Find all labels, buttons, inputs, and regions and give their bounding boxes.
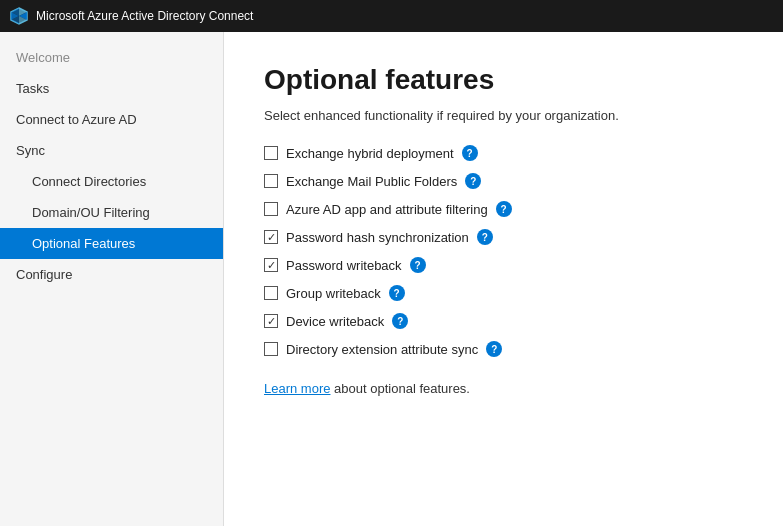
feature-list: Exchange hybrid deployment ? Exchange Ma… bbox=[264, 145, 743, 357]
help-icon-exchange-hybrid[interactable]: ? bbox=[462, 145, 478, 161]
main-layout: Welcome Tasks Connect to Azure AD Sync C… bbox=[0, 32, 783, 526]
label-directory-extension: Directory extension attribute sync bbox=[286, 342, 478, 357]
sidebar-item-domain-ou-filtering[interactable]: Domain/OU Filtering bbox=[0, 197, 223, 228]
label-exchange-hybrid: Exchange hybrid deployment bbox=[286, 146, 454, 161]
checkbox-group-writeback[interactable] bbox=[264, 286, 278, 300]
learn-more-text: about optional features. bbox=[330, 381, 470, 396]
feature-row-directory-extension: Directory extension attribute sync ? bbox=[264, 341, 743, 357]
sidebar-item-welcome[interactable]: Welcome bbox=[0, 42, 223, 73]
page-title: Optional features bbox=[264, 64, 743, 96]
label-device-writeback: Device writeback bbox=[286, 314, 384, 329]
label-exchange-mail: Exchange Mail Public Folders bbox=[286, 174, 457, 189]
learn-more-link[interactable]: Learn more bbox=[264, 381, 330, 396]
feature-row-device-writeback: Device writeback ? bbox=[264, 313, 743, 329]
content-area: Optional features Select enhanced functi… bbox=[224, 32, 783, 526]
feature-row-password-writeback: Password writeback ? bbox=[264, 257, 743, 273]
label-password-hash-sync: Password hash synchronization bbox=[286, 230, 469, 245]
titlebar: Microsoft Azure Active Directory Connect bbox=[0, 0, 783, 32]
feature-row-azure-ad-app: Azure AD app and attribute filtering ? bbox=[264, 201, 743, 217]
sidebar-item-configure[interactable]: Configure bbox=[0, 259, 223, 290]
checkbox-device-writeback[interactable] bbox=[264, 314, 278, 328]
checkbox-azure-ad-app[interactable] bbox=[264, 202, 278, 216]
checkbox-exchange-mail[interactable] bbox=[264, 174, 278, 188]
sidebar-item-sync[interactable]: Sync bbox=[0, 135, 223, 166]
help-icon-device-writeback[interactable]: ? bbox=[392, 313, 408, 329]
help-icon-password-hash-sync[interactable]: ? bbox=[477, 229, 493, 245]
help-icon-password-writeback[interactable]: ? bbox=[410, 257, 426, 273]
sidebar: Welcome Tasks Connect to Azure AD Sync C… bbox=[0, 32, 224, 526]
checkbox-exchange-hybrid[interactable] bbox=[264, 146, 278, 160]
help-icon-directory-extension[interactable]: ? bbox=[486, 341, 502, 357]
feature-row-group-writeback: Group writeback ? bbox=[264, 285, 743, 301]
azure-logo-icon bbox=[10, 7, 28, 25]
label-password-writeback: Password writeback bbox=[286, 258, 402, 273]
learn-more-section: Learn more about optional features. bbox=[264, 381, 743, 396]
help-icon-azure-ad-app[interactable]: ? bbox=[496, 201, 512, 217]
titlebar-title: Microsoft Azure Active Directory Connect bbox=[36, 9, 253, 23]
feature-row-exchange-hybrid: Exchange hybrid deployment ? bbox=[264, 145, 743, 161]
sidebar-item-tasks[interactable]: Tasks bbox=[0, 73, 223, 104]
label-azure-ad-app: Azure AD app and attribute filtering bbox=[286, 202, 488, 217]
label-group-writeback: Group writeback bbox=[286, 286, 381, 301]
page-subtitle: Select enhanced functionality if require… bbox=[264, 108, 743, 123]
feature-row-exchange-mail: Exchange Mail Public Folders ? bbox=[264, 173, 743, 189]
sidebar-item-connect-azure-ad[interactable]: Connect to Azure AD bbox=[0, 104, 223, 135]
checkbox-password-hash-sync[interactable] bbox=[264, 230, 278, 244]
sidebar-item-connect-directories[interactable]: Connect Directories bbox=[0, 166, 223, 197]
help-icon-exchange-mail[interactable]: ? bbox=[465, 173, 481, 189]
help-icon-group-writeback[interactable]: ? bbox=[389, 285, 405, 301]
feature-row-password-hash-sync: Password hash synchronization ? bbox=[264, 229, 743, 245]
sidebar-item-optional-features[interactable]: Optional Features bbox=[0, 228, 223, 259]
checkbox-password-writeback[interactable] bbox=[264, 258, 278, 272]
checkbox-directory-extension[interactable] bbox=[264, 342, 278, 356]
